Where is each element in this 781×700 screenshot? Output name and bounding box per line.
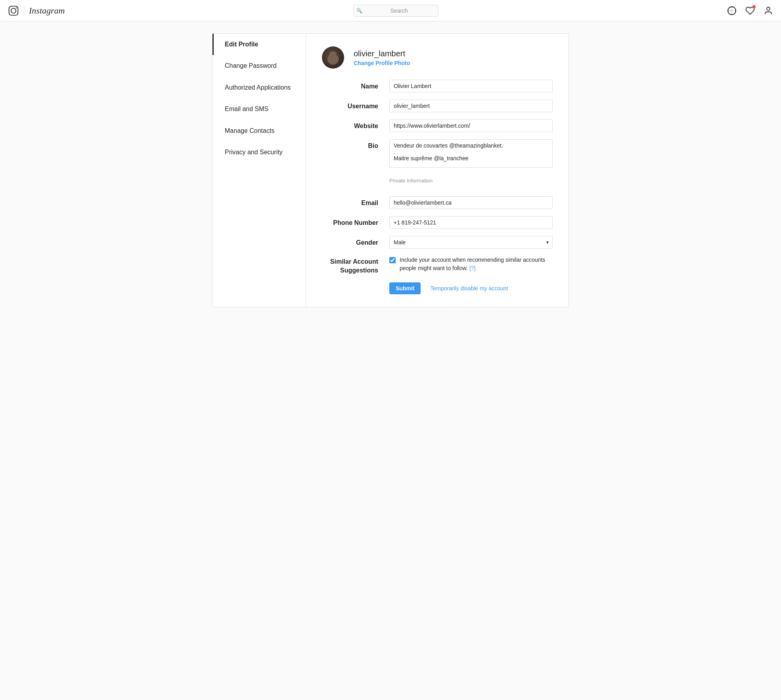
profile-header: olivier_lambert Change Profile Photo (322, 46, 553, 69)
name-input[interactable] (389, 80, 553, 92)
submit-button[interactable]: Submit (389, 282, 421, 294)
sidebar-item-change-password[interactable]: Change Password (212, 55, 306, 77)
avatar[interactable] (322, 46, 344, 69)
header-right (727, 6, 773, 15)
phone-label: Phone Number (322, 216, 389, 226)
private-info-row: Private Information (322, 176, 553, 189)
private-info-label: Private Information (389, 178, 553, 184)
email-label: Email (322, 196, 389, 207)
similar-suggestions-checkbox[interactable] (389, 257, 396, 263)
website-field (389, 119, 553, 132)
similar-help-link[interactable]: [?] (469, 265, 476, 271)
email-row: Email (322, 196, 553, 209)
similar-suggestions-row: Similar Account Suggestions Include your… (322, 256, 553, 275)
header-center: 🔍 (65, 5, 727, 17)
notification-dot (752, 5, 756, 8)
similar-suggestions-content: Include your account when recommending s… (389, 256, 553, 272)
gender-select-wrap: Male Female Custom Prefer not to say ▾ (389, 236, 553, 249)
svg-point-1 (11, 8, 16, 13)
activity-icon[interactable] (745, 6, 755, 15)
svg-marker-4 (729, 8, 735, 13)
email-input[interactable] (389, 196, 553, 209)
similar-checkbox-wrap (389, 257, 396, 265)
gender-select[interactable]: Male Female Custom Prefer not to say (389, 236, 553, 249)
bio-label: Bio (322, 139, 389, 150)
bio-row: Bio Vendeur de couvartes @theamazingblan… (322, 139, 553, 169)
main-content: olivier_lambert Change Profile Photo Nam… (306, 34, 569, 307)
bio-field: Vendeur de couvartes @theamazingblanket.… (389, 139, 553, 169)
svg-point-2 (16, 7, 17, 8)
search-input[interactable] (353, 5, 438, 17)
header-left: Instagram (8, 5, 65, 16)
search-icon: 🔍 (356, 8, 362, 13)
gender-row: Gender Male Female Custom Prefer not to … (322, 236, 553, 249)
profile-info: olivier_lambert Change Profile Photo (354, 49, 410, 66)
sidebar-item-authorized-applications[interactable]: Authorized Applications (212, 77, 306, 98)
username-field (389, 100, 553, 112)
phone-row: Phone Number (322, 216, 553, 229)
explore-icon[interactable] (727, 6, 737, 15)
email-field (389, 196, 553, 209)
avatar-image (322, 46, 344, 69)
header-divider (24, 6, 24, 15)
bio-input[interactable]: Vendeur de couvartes @theamazingblanket.… (389, 139, 553, 168)
sidebar-item-email-and-sms[interactable]: Email and SMS (212, 98, 306, 120)
svg-point-9 (767, 7, 770, 10)
instagram-logo-icon[interactable] (8, 5, 19, 16)
name-label: Name (322, 80, 389, 90)
sidebar-item-edit-profile[interactable]: Edit Profile (212, 34, 306, 55)
sidebar-item-privacy-and-security[interactable]: Privacy and Security (212, 142, 306, 163)
search-container: 🔍 (353, 5, 438, 17)
disable-account-link[interactable]: Temporarily disable my account (430, 285, 508, 292)
username-input[interactable] (389, 100, 553, 112)
sidebar-item-manage-contacts[interactable]: Manage Contacts (212, 120, 306, 142)
page-wrapper: Edit Profile Change Password Authorized … (204, 33, 577, 307)
private-info-field: Private Information (389, 176, 553, 189)
similar-suggestions-text: Include your account when recommending s… (400, 256, 553, 272)
phone-input[interactable] (389, 216, 553, 229)
similar-suggestions-label: Similar Account Suggestions (322, 256, 389, 275)
phone-field (389, 216, 553, 229)
actions-row: Submit Temporarily disable my account (322, 282, 553, 294)
change-photo-link[interactable]: Change Profile Photo (354, 60, 410, 66)
profile-icon[interactable] (764, 6, 773, 15)
header: Instagram 🔍 (0, 0, 781, 21)
website-input[interactable] (389, 119, 553, 132)
website-label: Website (322, 119, 389, 130)
username-label: Username (322, 100, 389, 110)
username-row: Username (322, 100, 553, 112)
name-row: Name (322, 80, 553, 92)
gender-field: Male Female Custom Prefer not to say ▾ (389, 236, 553, 249)
settings-container: Edit Profile Change Password Authorized … (212, 33, 569, 307)
sidebar: Edit Profile Change Password Authorized … (212, 34, 306, 307)
profile-username: olivier_lambert (354, 49, 410, 58)
website-row: Website (322, 119, 553, 132)
gender-label: Gender (322, 236, 389, 246)
instagram-wordmark: Instagram (29, 6, 65, 16)
svg-rect-0 (9, 6, 18, 15)
name-field (389, 80, 553, 92)
